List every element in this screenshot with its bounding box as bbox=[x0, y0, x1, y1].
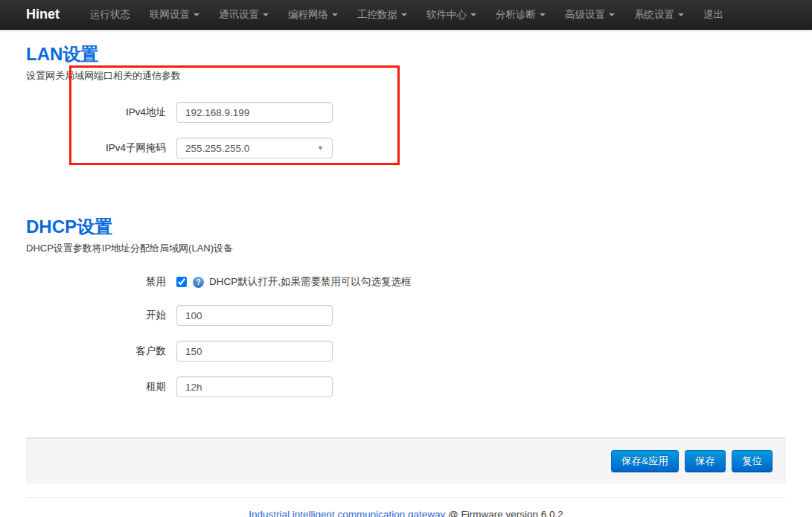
nav-item-system-settings[interactable]: 系统设置 bbox=[624, 0, 694, 30]
nav-item-label: 运行状态 bbox=[90, 8, 130, 22]
nav-item-label: 通讯设置 bbox=[219, 8, 259, 22]
caret-down-icon bbox=[470, 13, 476, 16]
netmask-select[interactable]: 255.255.255.0 ▼ bbox=[176, 138, 333, 158]
nav-item-label: 编程网络 bbox=[288, 8, 328, 22]
form-row-start: 开始 bbox=[26, 305, 786, 326]
netmask-label: IPv4子网掩码 bbox=[26, 141, 166, 155]
dhcp-start-label: 开始 bbox=[26, 309, 166, 322]
form-row-disable: 禁用 ? DHCP默认打开,如果需要禁用可以勾选复选框 bbox=[26, 274, 786, 289]
nav-item-label: 联网设置 bbox=[150, 8, 190, 22]
nav-item-software-center[interactable]: 软件中心 bbox=[417, 0, 486, 30]
caret-down-icon bbox=[332, 13, 338, 16]
form-row-lease: 租期 bbox=[26, 376, 786, 397]
page-footer: Industrial intelligent communication gat… bbox=[26, 498, 786, 517]
nav-item-analysis-diagnosis[interactable]: 分析诊断 bbox=[486, 0, 555, 30]
lan-form: IPv4地址 IPv4子网掩码 255.255.255.0 ▼ bbox=[26, 102, 786, 158]
dhcp-start-input[interactable] bbox=[176, 305, 333, 326]
lan-section-title: LAN设置 bbox=[26, 30, 786, 64]
caret-down-icon bbox=[194, 13, 199, 16]
nav-item-label: 软件中心 bbox=[426, 8, 467, 22]
ipv4-address-input[interactable] bbox=[176, 102, 333, 123]
form-row-limit: 客户数 bbox=[26, 341, 786, 362]
page-actions-bar: 保存&应用 保存 复位 bbox=[26, 437, 786, 484]
nav-item-label: 高级设置 bbox=[565, 8, 605, 22]
select-caret-icon: ▼ bbox=[317, 144, 324, 152]
dhcp-section-title: DHCP设置 bbox=[26, 173, 786, 237]
nav-item-programming-network[interactable]: 编程网络 bbox=[278, 0, 348, 30]
nav-item-advanced-settings[interactable]: 高级设置 bbox=[555, 0, 624, 30]
save-button[interactable]: 保存 bbox=[685, 450, 726, 472]
lan-section-subtitle: 设置网关局域网端口相关的通信参数 bbox=[26, 69, 786, 83]
dhcp-settings-section: DHCP设置 DHCP设置参数将IP地址分配给局域网(LAN)设备 禁用 ? D… bbox=[26, 173, 786, 397]
caret-down-icon bbox=[263, 13, 269, 16]
caret-down-icon bbox=[678, 13, 684, 16]
help-icon[interactable]: ? bbox=[193, 277, 204, 288]
caret-down-icon bbox=[540, 13, 546, 16]
form-row-ipv4: IPv4地址 bbox=[26, 102, 786, 123]
dhcp-disable-checkbox[interactable] bbox=[176, 277, 187, 287]
dhcp-limit-input[interactable] bbox=[176, 341, 333, 362]
nav-menu: 运行状态 联网设置 通讯设置 编程网络 工控数据 软件中心 分析诊断 高级设置 … bbox=[80, 0, 733, 30]
main-content: LAN设置 设置网关局域网端口相关的通信参数 IPv4地址 IPv4子网掩码 2… bbox=[26, 30, 786, 517]
dhcp-limit-label: 客户数 bbox=[26, 344, 166, 358]
gateway-footer-link[interactable]: Industrial intelligent communication gat… bbox=[249, 509, 445, 517]
nav-item-comm-settings[interactable]: 通讯设置 bbox=[209, 0, 278, 30]
caret-down-icon bbox=[401, 13, 407, 16]
brand-logo[interactable]: Hinet bbox=[26, 7, 60, 22]
firmware-version-text: @ Firmware version 6.0.2 bbox=[445, 509, 563, 517]
dhcp-form: 禁用 ? DHCP默认打开,如果需要禁用可以勾选复选框 开始 客户数 租期 bbox=[26, 274, 786, 397]
caret-down-icon bbox=[609, 13, 615, 16]
netmask-selected-value: 255.255.255.0 bbox=[185, 143, 249, 154]
nav-item-label: 退出 bbox=[703, 8, 723, 22]
reset-button[interactable]: 复位 bbox=[732, 450, 773, 472]
dhcp-disable-label: 禁用 bbox=[26, 275, 166, 289]
ipv4-address-label: IPv4地址 bbox=[26, 106, 166, 119]
dhcp-lease-input[interactable] bbox=[176, 376, 333, 397]
nav-item-industrial-data[interactable]: 工控数据 bbox=[348, 0, 417, 30]
nav-item-logout[interactable]: 退出 bbox=[694, 0, 733, 30]
dhcp-lease-label: 租期 bbox=[26, 380, 166, 394]
top-navbar: Hinet 运行状态 联网设置 通讯设置 编程网络 工控数据 软件中心 分析诊断… bbox=[0, 0, 812, 30]
dhcp-disable-hint: DHCP默认打开,如果需要禁用可以勾选复选框 bbox=[209, 275, 412, 289]
nav-item-label: 分析诊断 bbox=[496, 8, 536, 22]
dhcp-section-subtitle: DHCP设置参数将IP地址分配给局域网(LAN)设备 bbox=[26, 242, 786, 255]
save-apply-button[interactable]: 保存&应用 bbox=[611, 450, 679, 472]
form-row-netmask: IPv4子网掩码 255.255.255.0 ▼ bbox=[26, 138, 786, 158]
lan-settings-section: LAN设置 设置网关局域网端口相关的通信参数 IPv4地址 IPv4子网掩码 2… bbox=[26, 30, 786, 158]
nav-item-label: 工控数据 bbox=[357, 8, 397, 22]
nav-item-label: 系统设置 bbox=[634, 8, 674, 22]
nav-item-running-status[interactable]: 运行状态 bbox=[80, 0, 140, 30]
nav-item-network-settings[interactable]: 联网设置 bbox=[140, 0, 209, 30]
